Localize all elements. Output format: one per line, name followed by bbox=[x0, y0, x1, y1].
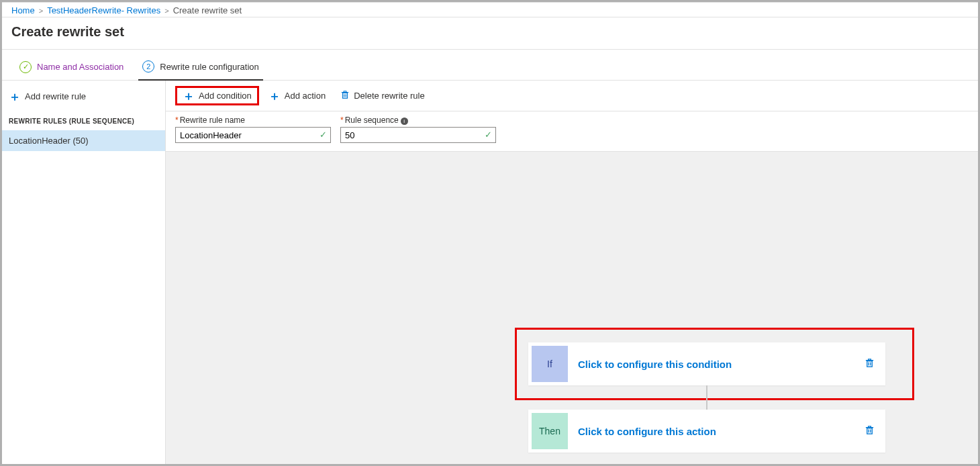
tab-rewrite-rule-config[interactable]: 2 Rewrite rule configuration bbox=[138, 56, 262, 81]
button-label: Add condition bbox=[199, 91, 252, 101]
wizard-tabs: ✓ Name and Association 2 Rewrite rule co… bbox=[2, 50, 978, 81]
rule-name-input[interactable] bbox=[175, 127, 331, 143]
connector-line bbox=[706, 385, 707, 410]
toolbar: ＋ Add condition ＋ Add action Delete rewr… bbox=[166, 81, 978, 111]
plus-icon: ＋ bbox=[183, 91, 195, 101]
svg-rect-2 bbox=[867, 428, 873, 433]
chevron-right-icon: > bbox=[39, 7, 43, 15]
sidebar: ＋ Add rewrite rule REWRITE RULES (RULE S… bbox=[2, 81, 166, 466]
check-circle-icon: ✓ bbox=[19, 61, 32, 73]
plus-icon: ＋ bbox=[9, 92, 21, 101]
tab-label: Name and Association bbox=[37, 62, 124, 72]
breadcrumb-home[interactable]: Home bbox=[11, 5, 35, 15]
plus-icon: ＋ bbox=[268, 91, 281, 101]
button-label: Delete rewrite rule bbox=[354, 91, 425, 101]
action-card[interactable]: Then Click to configure this action bbox=[528, 410, 885, 453]
breadcrumb-mid[interactable]: TestHeaderRewrite- Rewrites bbox=[47, 5, 160, 15]
delete-condition-button[interactable] bbox=[865, 358, 875, 371]
rule-sequence-label: *Rule sequencei bbox=[340, 115, 496, 125]
add-rewrite-rule-button[interactable]: ＋ Add rewrite rule bbox=[2, 87, 165, 108]
condition-card[interactable]: If Click to configure this condition bbox=[528, 342, 885, 385]
trash-icon bbox=[340, 90, 350, 101]
tab-label: Rewrite rule configuration bbox=[160, 62, 258, 72]
configure-condition-link[interactable]: Click to configure this condition bbox=[578, 359, 732, 370]
page-title: Create rewrite set bbox=[2, 17, 978, 49]
sidebar-item-rule[interactable]: LocationHeader (50) bbox=[2, 130, 165, 151]
rule-form: *Rewrite rule name ✓ *Rule sequencei ✓ bbox=[166, 111, 978, 152]
delete-action-button[interactable] bbox=[865, 425, 875, 438]
if-badge: If bbox=[532, 346, 568, 382]
svg-rect-0 bbox=[343, 93, 348, 98]
delete-rewrite-rule-button[interactable]: Delete rewrite rule bbox=[335, 87, 430, 104]
info-icon[interactable]: i bbox=[401, 118, 408, 125]
breadcrumb: Home > TestHeaderRewrite- Rewrites > Cre… bbox=[2, 2, 978, 17]
add-condition-button[interactable]: ＋ Add condition bbox=[175, 86, 259, 105]
main-panel: ＋ Add condition ＋ Add action Delete rewr… bbox=[166, 81, 978, 466]
add-rule-label: Add rewrite rule bbox=[25, 91, 86, 101]
configure-action-link[interactable]: Click to configure this action bbox=[578, 426, 716, 437]
chevron-right-icon: > bbox=[164, 7, 168, 15]
sidebar-header: REWRITE RULES (RULE SEQUENCE) bbox=[2, 108, 165, 130]
then-badge: Then bbox=[532, 413, 568, 449]
step-number-icon: 2 bbox=[142, 60, 154, 73]
rule-name-label: *Rewrite rule name bbox=[175, 115, 331, 125]
tab-name-association[interactable]: ✓ Name and Association bbox=[15, 57, 128, 80]
breadcrumb-current: Create rewrite set bbox=[173, 5, 242, 15]
button-label: Add action bbox=[285, 91, 326, 101]
rule-sequence-input[interactable] bbox=[340, 127, 496, 143]
add-action-button[interactable]: ＋ Add action bbox=[263, 88, 331, 103]
svg-rect-1 bbox=[867, 361, 873, 366]
